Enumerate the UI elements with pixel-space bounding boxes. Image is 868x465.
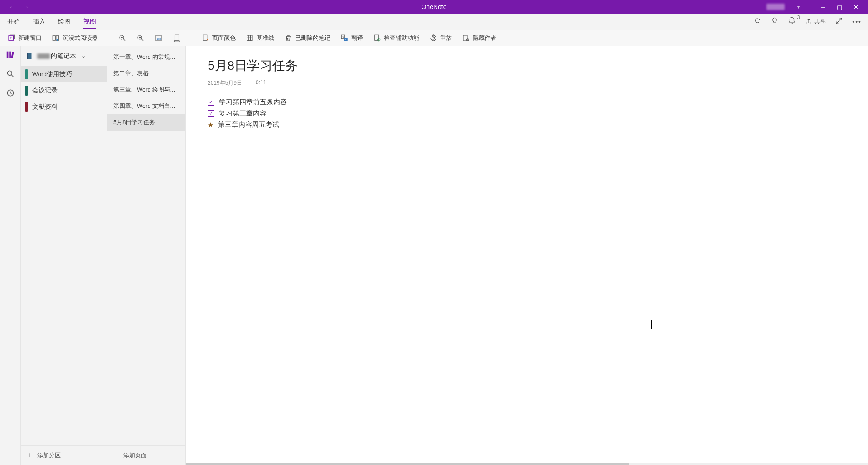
notification-badge: 3 xyxy=(797,15,800,20)
page-item[interactable]: 5月8日学习任务 xyxy=(107,114,185,131)
todo-item[interactable]: ✓复习第三章内容 xyxy=(208,109,868,118)
minimize-button[interactable]: ─ xyxy=(820,4,826,10)
svg-rect-23 xyxy=(27,53,28,59)
tab-视图[interactable]: 视图 xyxy=(83,14,96,29)
app-title: OneNote xyxy=(421,3,446,10)
page-color-button[interactable]: 页面颜色 xyxy=(199,33,238,43)
lightbulb-icon[interactable] xyxy=(771,17,779,26)
new-window-button[interactable]: 新建窗口 xyxy=(5,33,44,43)
section-item[interactable]: Word使用技巧 xyxy=(21,66,107,82)
fullscreen-icon[interactable] xyxy=(835,17,843,26)
translate-button[interactable]: 文A 翻译 xyxy=(339,33,365,43)
horizontal-scrollbar-track[interactable] xyxy=(186,463,868,465)
section-color-bar xyxy=(25,102,28,112)
share-button[interactable]: 共享 xyxy=(805,18,826,26)
notebooks-icon[interactable] xyxy=(5,50,15,60)
tab-绘图[interactable]: 绘图 xyxy=(58,14,71,29)
page-date: 2019年5月9日 xyxy=(208,79,242,87)
replay-button[interactable]: 重放 xyxy=(427,33,454,43)
checkbox-icon[interactable]: ✓ xyxy=(208,99,214,106)
plus-icon: ＋ xyxy=(26,450,34,460)
tab-开始[interactable]: 开始 xyxy=(7,14,20,29)
svg-rect-13 xyxy=(375,35,379,40)
section-color-bar xyxy=(25,69,28,79)
horizontal-scrollbar-thumb[interactable] xyxy=(186,463,629,465)
section-label: Word使用技巧 xyxy=(32,70,72,78)
pages-panel: 第一章、Word 的常规...第二章、表格第三章、Word 绘图与...第四章、… xyxy=(107,46,186,465)
separator xyxy=(108,33,108,43)
immersive-reader-button[interactable]: 沉浸式阅读器 xyxy=(50,33,100,43)
section-label: 会议记录 xyxy=(32,87,58,95)
section-item[interactable]: 文献资料 xyxy=(21,99,107,115)
deleted-notes-button[interactable]: 已删除的笔记 xyxy=(282,33,332,43)
ribbon-toolbar: 新建窗口 沉浸式阅读器 100 页面颜色 基准线 已删除的笔记 文A 翻译 检查… xyxy=(0,30,868,46)
back-button[interactable]: ← xyxy=(9,3,15,10)
svg-text:A: A xyxy=(345,38,347,41)
sections-panel: 的笔记本 ⌄ Word使用技巧会议记录文献资料 ＋ 添加分区 xyxy=(21,46,107,465)
titlebar: ← → OneNote ▾ ─ ▢ ✕ xyxy=(0,0,868,14)
svg-rect-6 xyxy=(175,35,179,40)
divider xyxy=(810,3,810,11)
recent-icon[interactable] xyxy=(5,88,15,98)
share-label: 共享 xyxy=(814,18,826,26)
check-accessibility-button[interactable]: 检查辅助功能 xyxy=(371,33,421,43)
svg-point-1 xyxy=(57,39,59,41)
todo-item[interactable]: ★第三章内容周五考试 xyxy=(208,121,868,129)
todo-text: 第三章内容周五考试 xyxy=(218,121,279,129)
zoom-in-button[interactable] xyxy=(135,33,146,43)
page-width-button[interactable] xyxy=(171,33,183,43)
page-time: 0:11 xyxy=(256,79,266,87)
more-icon[interactable]: ••• xyxy=(852,18,862,25)
user-chevron-icon[interactable]: ▾ xyxy=(797,5,800,10)
notification-icon[interactable]: 3 xyxy=(788,17,796,26)
svg-rect-7 xyxy=(203,35,207,40)
notebook-owner-blur xyxy=(37,53,50,59)
section-item[interactable]: 会议记录 xyxy=(21,82,107,99)
svg-rect-8 xyxy=(247,35,252,41)
page-item[interactable]: 第二章、表格 xyxy=(107,65,185,82)
page-item[interactable]: 第四章、Word 文档自... xyxy=(107,98,185,114)
main-area: 的笔记本 ⌄ Word使用技巧会议记录文献资料 ＋ 添加分区 第一章、Word … xyxy=(0,46,868,465)
plus-icon: ＋ xyxy=(112,450,120,460)
add-page-button[interactable]: ＋ 添加页面 xyxy=(107,445,185,465)
page-item[interactable]: 第三章、Word 绘图与... xyxy=(107,82,185,98)
forward-button[interactable]: → xyxy=(23,3,29,10)
page-title[interactable]: 5月8日学习任务 xyxy=(208,57,868,74)
svg-rect-19 xyxy=(11,52,14,58)
tab-插入[interactable]: 插入 xyxy=(33,14,45,29)
rule-lines-button[interactable]: 基准线 xyxy=(244,33,276,43)
close-button[interactable]: ✕ xyxy=(853,4,859,10)
text-cursor xyxy=(651,320,652,329)
section-color-bar xyxy=(25,86,28,96)
menu-bar: 开始插入绘图视图 3 共享 ••• xyxy=(0,14,868,30)
left-rail xyxy=(0,46,21,465)
hide-authors-button[interactable]: 隐藏作者 xyxy=(460,33,498,43)
todo-item[interactable]: ✓学习第四章前五条内容 xyxy=(208,98,868,107)
checkbox-icon[interactable]: ✓ xyxy=(208,110,214,117)
page-item[interactable]: 第一章、Word 的常规... xyxy=(107,49,185,65)
zoom-out-button[interactable] xyxy=(116,33,128,43)
zoom-100-button[interactable]: 100 xyxy=(153,33,165,43)
page-canvas[interactable]: 5月8日学习任务 2019年5月9日 0:11 ✓学习第四章前五条内容✓复习第三… xyxy=(186,46,868,465)
maximize-button[interactable]: ▢ xyxy=(836,4,843,10)
sync-icon[interactable] xyxy=(753,17,761,26)
todo-text: 学习第四章前五条内容 xyxy=(219,98,287,107)
notebook-name: 的笔记本 xyxy=(51,52,76,60)
star-icon: ★ xyxy=(208,121,213,129)
separator xyxy=(191,33,191,43)
svg-rect-17 xyxy=(6,52,8,58)
add-section-button[interactable]: ＋ 添加分区 xyxy=(21,445,107,465)
todo-text: 复习第三章内容 xyxy=(219,109,267,118)
notebook-selector[interactable]: 的笔记本 ⌄ xyxy=(21,46,107,66)
chevron-down-icon: ⌄ xyxy=(82,53,86,59)
svg-rect-18 xyxy=(9,52,11,58)
user-account[interactable] xyxy=(766,4,785,10)
svg-text:100: 100 xyxy=(157,37,162,40)
search-icon[interactable] xyxy=(5,69,15,79)
section-label: 文献资料 xyxy=(32,103,58,111)
title-underline xyxy=(208,77,330,78)
svg-text:文: 文 xyxy=(342,35,344,38)
svg-point-20 xyxy=(7,71,12,75)
